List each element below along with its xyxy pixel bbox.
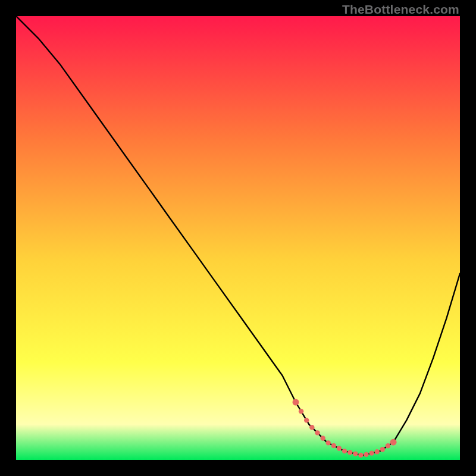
highlight-dot (331, 443, 336, 448)
highlight-dot (315, 430, 320, 435)
highlight-dot (309, 425, 314, 430)
watermark-text: TheBottleneck.com (342, 2, 459, 17)
highlight-dot (375, 449, 380, 454)
plot-area (16, 16, 460, 460)
highlight-dot (386, 443, 390, 448)
chart-svg (16, 16, 460, 460)
highlight-dot (326, 440, 331, 445)
highlight-dot (369, 450, 374, 455)
gradient-background (16, 16, 460, 460)
highlight-dot (364, 452, 368, 457)
highlight-dot (353, 451, 358, 456)
highlight-dot (390, 439, 397, 446)
highlight-dot (380, 447, 385, 452)
highlight-dot (337, 446, 342, 450)
highlight-dot (293, 399, 299, 406)
highlight-dot (304, 418, 309, 422)
highlight-dot (299, 409, 303, 414)
highlight-dot (358, 453, 363, 458)
highlight-dot (347, 450, 352, 455)
chart-frame: TheBottleneck.com (0, 0, 476, 476)
highlight-dot (342, 449, 347, 453)
highlight-dot (320, 436, 325, 440)
